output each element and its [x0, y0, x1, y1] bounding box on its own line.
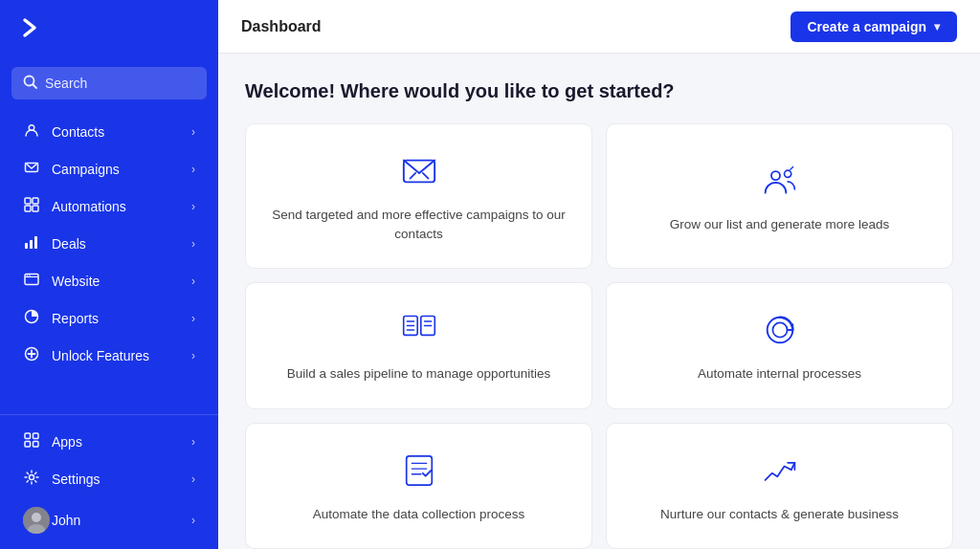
- page-title: Dashboard: [241, 18, 322, 35]
- svg-rect-19: [25, 433, 31, 439]
- automations-label: Automations: [52, 199, 126, 214]
- svg-line-32: [790, 166, 792, 169]
- welcome-heading: Welcome! Where would you like to get sta…: [245, 80, 953, 102]
- sidebar-item-settings[interactable]: Settings ›: [6, 460, 212, 497]
- sidebar-item-john[interactable]: John ›: [6, 497, 212, 543]
- svg-line-28: [410, 173, 415, 179]
- card-campaigns[interactable]: Send targeted and more effective campaig…: [245, 123, 592, 269]
- svg-point-30: [770, 171, 779, 180]
- search-bar[interactable]: Search: [11, 67, 207, 99]
- card-pipeline[interactable]: Build a sales pipeline to manage opportu…: [245, 282, 592, 409]
- search-icon: [23, 75, 37, 92]
- svg-point-25: [32, 513, 41, 522]
- deals-icon: [23, 234, 40, 253]
- card-leads-icon: [762, 163, 798, 204]
- svg-rect-4: [25, 198, 31, 204]
- svg-rect-8: [25, 243, 28, 249]
- campaigns-label: Campaigns: [52, 162, 120, 177]
- contacts-label: Contacts: [52, 124, 104, 140]
- contacts-icon: [23, 122, 40, 141]
- card-automate[interactable]: Automate internal processes: [606, 282, 953, 409]
- create-campaign-button[interactable]: Create a campaign ▾: [791, 11, 958, 42]
- card-nurture-icon: [762, 452, 798, 494]
- card-pipeline-text: Build a sales pipeline to manage opportu…: [287, 364, 550, 384]
- unlock-features-icon: [23, 346, 40, 364]
- deals-chevron: ›: [191, 237, 195, 251]
- svg-rect-9: [30, 240, 33, 249]
- svg-point-14: [29, 274, 31, 276]
- svg-rect-6: [25, 206, 31, 211]
- sidebar-item-contacts[interactable]: Contacts ›: [6, 113, 212, 150]
- website-label: Website: [52, 274, 100, 289]
- topbar: Dashboard Create a campaign ▾: [218, 0, 980, 54]
- main-content: Dashboard Create a campaign ▾ Welcome! W…: [218, 0, 980, 549]
- cards-grid: Send targeted and more effective campaig…: [245, 123, 953, 549]
- logo-icon: [17, 15, 42, 46]
- card-automate-text: Automate internal processes: [698, 364, 861, 384]
- reports-icon: [23, 309, 40, 327]
- campaigns-chevron: ›: [191, 163, 195, 176]
- create-campaign-label: Create a campaign: [808, 19, 927, 34]
- svg-line-1: [33, 85, 37, 89]
- card-campaigns-text: Send targeted and more effective campaig…: [269, 206, 568, 243]
- sidebar-item-apps[interactable]: Apps ›: [6, 423, 212, 460]
- card-data-collection[interactable]: Automate the data collection process: [245, 423, 592, 549]
- svg-rect-10: [34, 236, 37, 249]
- settings-icon: [23, 470, 40, 488]
- sidebar-item-campaigns[interactable]: Campaigns ›: [6, 150, 212, 187]
- card-automate-icon: [762, 312, 798, 353]
- reports-label: Reports: [52, 311, 99, 326]
- card-campaigns-icon: [401, 153, 437, 194]
- svg-point-13: [27, 274, 29, 276]
- apps-chevron: ›: [191, 435, 195, 449]
- card-data-icon: [401, 452, 437, 494]
- website-icon: [23, 272, 40, 290]
- card-pipeline-icon: [401, 312, 437, 353]
- automations-chevron: ›: [191, 200, 195, 213]
- card-leads-text: Grow our list and generate more leads: [670, 215, 890, 234]
- card-leads[interactable]: Grow our list and generate more leads: [606, 123, 953, 269]
- sidebar-nav: Contacts › Campaigns ›: [0, 109, 218, 414]
- sidebar-item-website[interactable]: Website ›: [6, 262, 212, 299]
- svg-point-31: [784, 170, 791, 177]
- sidebar-bottom: Apps › Settings ›: [0, 414, 218, 549]
- sidebar-item-reports[interactable]: Reports ›: [6, 299, 212, 337]
- svg-rect-42: [406, 455, 432, 484]
- deals-label: Deals: [52, 236, 86, 252]
- search-label: Search: [45, 76, 87, 91]
- svg-line-29: [422, 173, 428, 179]
- settings-chevron: ›: [191, 472, 195, 486]
- svg-rect-20: [33, 433, 39, 439]
- website-chevron: ›: [191, 274, 195, 288]
- card-nurture-text: Nurture our contacts & generate business: [660, 505, 899, 524]
- sidebar-logo[interactable]: [0, 0, 218, 61]
- sidebar-item-unlock-features[interactable]: Unlock Features ›: [6, 337, 212, 374]
- john-label: John: [52, 513, 80, 528]
- sidebar: Search Contacts ›: [0, 0, 218, 549]
- card-nurture[interactable]: Nurture our contacts & generate business: [606, 423, 953, 549]
- card-data-text: Automate the data collection process: [313, 505, 524, 524]
- sidebar-item-deals[interactable]: Deals ›: [6, 225, 212, 262]
- sidebar-item-automations[interactable]: Automations ›: [6, 187, 212, 225]
- unlock-features-label: Unlock Features: [52, 348, 149, 363]
- settings-label: Settings: [52, 472, 100, 487]
- john-chevron: ›: [191, 514, 195, 527]
- campaigns-icon: [23, 160, 40, 178]
- svg-rect-22: [33, 442, 39, 448]
- svg-rect-7: [33, 206, 38, 211]
- avatar-icon: [23, 507, 40, 534]
- reports-chevron: ›: [191, 312, 195, 325]
- svg-point-23: [30, 475, 34, 480]
- svg-rect-5: [33, 198, 38, 204]
- contacts-chevron: ›: [191, 125, 195, 139]
- svg-rect-21: [25, 442, 31, 448]
- unlock-features-chevron: ›: [191, 349, 195, 362]
- apps-label: Apps: [52, 434, 82, 450]
- content-area: Welcome! Where would you like to get sta…: [218, 54, 980, 549]
- svg-point-41: [772, 323, 787, 338]
- apps-icon: [23, 432, 40, 450]
- automations-icon: [23, 197, 40, 215]
- create-campaign-dropdown-icon: ▾: [934, 20, 940, 33]
